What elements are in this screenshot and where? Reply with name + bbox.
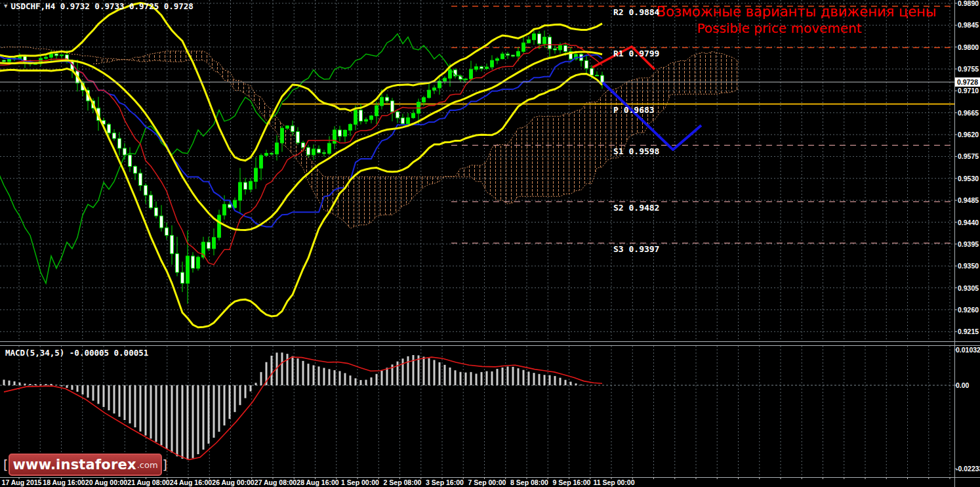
time-axis-label[interactable]: 18 Aug 16:00 (43, 478, 85, 486)
current-price-badge: 0.9728 (955, 77, 980, 87)
chart-area[interactable] (0, 0, 980, 487)
time-axis-label[interactable]: 24 Aug 16:00 (170, 478, 212, 486)
logo-suffix: .com (137, 460, 158, 470)
pivot-label-r2: R2 0.9884 (613, 7, 659, 17)
time-axis-label[interactable]: 26 Aug 00:00 (212, 478, 254, 486)
price-axis-tick[interactable]: 0.9755 (958, 65, 979, 73)
macd-indicator-label: MACD(5,34,5) -0.00005 0.00051 (5, 348, 148, 358)
price-axis-tick[interactable]: 0.9665 (958, 109, 979, 117)
time-axis-label[interactable]: 20 Aug 00:00 (85, 478, 127, 486)
trading-terminal-window: ▼USDCHF,H4 0.9732 0.9733 0.9725 0.9728 В… (0, 0, 980, 487)
price-axis-tick[interactable]: 0.9485 (958, 196, 979, 204)
macd-axis-tick[interactable]: 0.01032 (956, 346, 980, 354)
logo-bracket-right: ] (163, 457, 167, 472)
logo-bracket-left: [ (3, 457, 8, 472)
annotation-en: Possible price movement (645, 20, 914, 36)
price-axis-tick[interactable]: 0.9215 (958, 328, 979, 335)
time-axis-label[interactable]: 7 Sep 00:00 (468, 478, 506, 486)
price-axis-tick[interactable]: 0.9800 (958, 43, 979, 51)
time-axis-label[interactable]: 1 Sep 00:00 (341, 478, 379, 486)
instaforex-logo: [ www.instaforex .com ] (9, 454, 162, 476)
time-axis-label[interactable]: 2 Sep 08:00 (384, 478, 422, 486)
time-axis-label[interactable]: 21 Aug 08:00 (127, 478, 169, 486)
time-axis-label[interactable]: 11 Sep 00:00 (593, 478, 634, 486)
pivot-label-p: P 0.9683 (613, 105, 655, 115)
logo-text: www.instaforex (12, 457, 136, 473)
pivot-label-r1: R1 0.9799 (613, 49, 659, 58)
price-axis-tick[interactable]: 0.9890 (958, 0, 979, 7)
time-axis-label[interactable]: 27 Aug 08:00 (255, 478, 296, 486)
time-axis-label[interactable]: 9 Sep 16:00 (553, 478, 591, 486)
time-axis-label[interactable]: 3 Sep 16:00 (426, 478, 464, 486)
pivot-label-s2: S2 0.9482 (613, 203, 659, 213)
price-axis-tick[interactable]: 0.9710 (958, 87, 979, 95)
price-axis-tick[interactable]: 0.9575 (958, 152, 979, 160)
time-axis-label[interactable]: 28 Aug 16:00 (296, 478, 338, 486)
chart-title: ▼USDCHF,H4 0.9732 0.9733 0.9725 0.9728 (4, 1, 194, 11)
time-axis-label[interactable]: 8 Sep 08:00 (510, 478, 548, 486)
chart-title-text: USDCHF,H4 0.9732 0.9733 0.9725 0.9728 (10, 1, 193, 11)
price-axis-tick[interactable]: 0.9440 (958, 219, 979, 226)
annotation-ru: Возможные варианты движения цены (645, 4, 948, 20)
pivot-label-s1: S1 0.9598 (613, 146, 659, 156)
price-axis-tick[interactable]: 0.9305 (958, 284, 979, 292)
price-axis-tick[interactable]: 0.9530 (958, 175, 979, 182)
macd-axis-tick[interactable]: 0.00 (956, 381, 969, 389)
price-axis-tick[interactable]: 0.9260 (958, 306, 979, 314)
price-axis-tick[interactable]: 0.9395 (958, 240, 979, 248)
chart-dropdown-icon[interactable]: ▼ (4, 3, 7, 9)
macd-axis-tick[interactable]: -0.02233 (956, 465, 980, 473)
pivot-label-s3: S3 0.9397 (613, 244, 659, 254)
price-axis-tick[interactable]: 0.9350 (958, 262, 979, 270)
time-axis-label[interactable]: 17 Aug 2015 (2, 478, 42, 486)
price-axis-tick[interactable]: 0.9620 (958, 131, 979, 138)
price-axis-tick[interactable]: 0.9845 (958, 21, 979, 29)
